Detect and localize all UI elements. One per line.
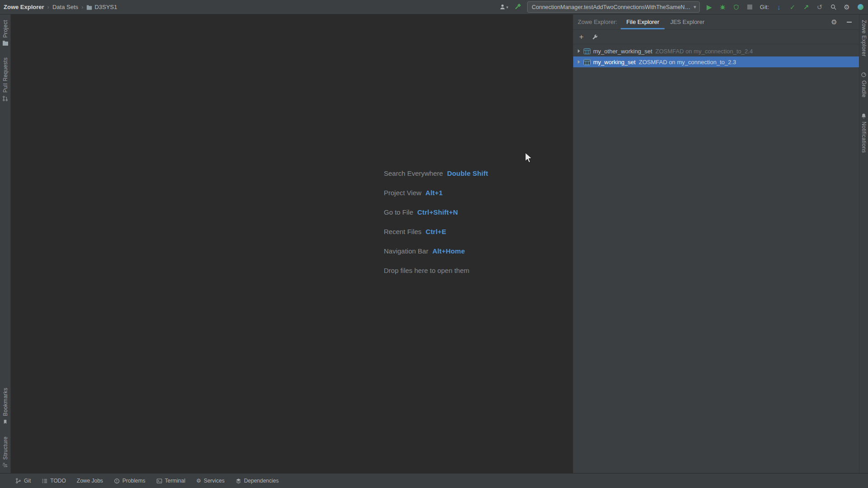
status-item-label: Terminal [165, 478, 185, 484]
shortcut-row: Search Everywhere Double Shift [384, 164, 488, 183]
notifications-stripe-label: Notifications [861, 122, 867, 153]
shortcut-keys: Alt+Home [432, 247, 465, 255]
status-item-label: Dependencies [244, 478, 279, 484]
zowe-panel-toolbar: + [573, 30, 859, 44]
sidebar-item-project[interactable]: Project [2, 20, 9, 46]
structure-stripe-label: Structure [2, 436, 9, 460]
bug-icon [719, 4, 726, 10]
breadcrumb-data-sets[interactable]: Data Sets [52, 4, 78, 10]
breadcrumb-project[interactable]: Zowe Explorer [4, 4, 44, 10]
shortcut-keys: Double Shift [447, 169, 488, 177]
git-commit-button[interactable]: ✓ [788, 3, 797, 12]
chevron-right-icon[interactable] [578, 49, 580, 53]
left-tool-stripe: Project Pull Requests [0, 14, 11, 473]
git-branch-icon [15, 478, 21, 484]
run-configuration-select[interactable]: ConnectionManager.testAddTwoConnectionsW… [527, 1, 700, 13]
status-item-label: TODO [50, 478, 66, 484]
main-area: Project Pull Requests [0, 14, 868, 473]
shortcut-row: Navigation Bar Alt+Home [384, 241, 488, 261]
right-tool-stripe: Zowe Explorer Gradle Notifications [859, 14, 868, 473]
drop-files-hint: Drop files here to open them [384, 267, 469, 274]
shield-icon [733, 4, 739, 10]
minimize-icon [847, 22, 852, 23]
panel-hide-button[interactable] [845, 18, 853, 27]
chevron-separator-icon: › [47, 4, 49, 10]
tree-row-other-working-set[interactable]: my_other_working_set ZOSMFAD on my_conne… [573, 46, 859, 56]
status-item-label: Problems [123, 478, 146, 484]
status-item-todo[interactable]: TODO [42, 478, 66, 484]
sidebar-item-zowe-explorer[interactable]: Zowe Explorer [861, 20, 867, 56]
breadcrumb-dataset-node[interactable]: D3SYS1 [86, 4, 117, 10]
shortcut-label: Navigation Bar [384, 247, 428, 255]
working-set-name: my_other_working_set [593, 48, 652, 55]
right-stripe-top: Zowe Explorer Gradle Notifications [861, 20, 867, 153]
shortcut-label: Go to File [384, 208, 413, 216]
working-set-icon [584, 59, 590, 65]
project-stripe-label: Project [2, 20, 9, 38]
status-item-terminal[interactable]: Terminal [156, 478, 185, 484]
chevron-down-icon: ▾ [693, 4, 696, 10]
tab-jes-explorer[interactable]: JES Explorer [665, 14, 710, 29]
chevron-down-icon: ▾ [506, 5, 509, 9]
chevron-right-icon[interactable] [578, 60, 580, 64]
status-bar: Git TODO Zowe Jobs Problems Terminal [0, 473, 868, 488]
shortcut-keys: Ctrl+Shift+N [417, 208, 458, 216]
revert-button[interactable]: ↺ [816, 3, 824, 12]
folder-icon [86, 5, 92, 10]
todo-list-icon [42, 478, 47, 484]
debug-button[interactable] [719, 3, 727, 12]
sidebar-item-bookmarks[interactable]: Bookmarks [2, 388, 9, 425]
pull-requests-stripe-label: Pull Requests [2, 57, 9, 93]
shortcut-label: Project View [384, 189, 421, 197]
status-item-problems[interactable]: Problems [114, 478, 146, 484]
status-item-zowe-jobs[interactable]: Zowe Jobs [77, 478, 103, 484]
working-set-detail: ZOSMFAD on my_connection_to_2.4 [656, 48, 753, 55]
tree-row-working-set-selected[interactable]: my_working_set ZOSMFAD on my_connection_… [573, 56, 859, 67]
sidebar-item-notifications[interactable]: Notifications [861, 113, 867, 153]
status-item-services[interactable]: ⚙ Services [196, 478, 225, 484]
shortcut-label: Recent Files [384, 228, 421, 235]
gradle-icon [861, 72, 867, 78]
chevron-separator-icon: › [81, 4, 83, 10]
zowe-panel-header: Zowe Explorer: File Explorer JES Explore… [573, 14, 859, 30]
left-stripe-bottom: Bookmarks Structure [2, 388, 9, 468]
sidebar-item-structure[interactable]: Structure [2, 436, 9, 468]
stop-button[interactable] [746, 3, 754, 12]
structure-icon [2, 462, 8, 468]
dependencies-layers-icon [236, 478, 241, 484]
panel-settings-button[interactable]: ⚙ [830, 18, 838, 27]
run-button[interactable]: ▶ [705, 3, 713, 12]
breadcrumb: Zowe Explorer › Data Sets › D3SYS1 [4, 4, 117, 10]
panel-title: Zowe Explorer: [578, 19, 617, 25]
add-working-set-button[interactable]: + [579, 33, 584, 41]
mouse-cursor [525, 152, 533, 163]
code-with-me-button[interactable] [856, 3, 864, 12]
build-hammer-button[interactable] [514, 3, 522, 12]
tab-file-explorer[interactable]: File Explorer [621, 14, 665, 29]
working-set-tree: my_other_working_set ZOSMFAD on my_conne… [573, 44, 859, 67]
coverage-button[interactable] [732, 3, 741, 12]
bookmark-icon [3, 419, 8, 425]
toolbar-right: ▾ ConnectionManager.testAddTwoConnection… [499, 1, 864, 13]
settings-button[interactable]: ⚙ [843, 3, 851, 12]
services-gear-icon: ⚙ [196, 478, 201, 484]
git-update-button[interactable]: ↓ [775, 3, 783, 12]
status-item-label: Zowe Jobs [77, 478, 103, 484]
editor-shortcut-hints: Search Everywhere Double Shift Project V… [384, 164, 488, 280]
ide-window: Zowe Explorer › Data Sets › D3SYS1 ▾ [0, 0, 868, 488]
status-item-dependencies[interactable]: Dependencies [236, 478, 279, 484]
status-sphere-icon [858, 4, 863, 10]
working-set-icon [584, 48, 590, 54]
shortcut-row: Recent Files Ctrl+E [384, 222, 488, 241]
search-everywhere-button[interactable] [829, 3, 837, 12]
status-item-git[interactable]: Git [15, 478, 31, 484]
gradle-stripe-label: Gradle [861, 80, 867, 98]
git-push-button[interactable]: ↗ [802, 3, 810, 12]
sidebar-item-pull-requests[interactable]: Pull Requests [2, 57, 9, 102]
edit-settings-button[interactable] [591, 33, 599, 42]
users-dropdown-button[interactable]: ▾ [499, 3, 509, 12]
working-set-detail: ZOSMFAD on my_connection_to_2.3 [639, 59, 736, 66]
sidebar-item-gradle[interactable]: Gradle [861, 72, 867, 98]
shortcut-label: Search Everywhere [384, 169, 443, 177]
panel-header-actions: ⚙ [830, 14, 859, 29]
